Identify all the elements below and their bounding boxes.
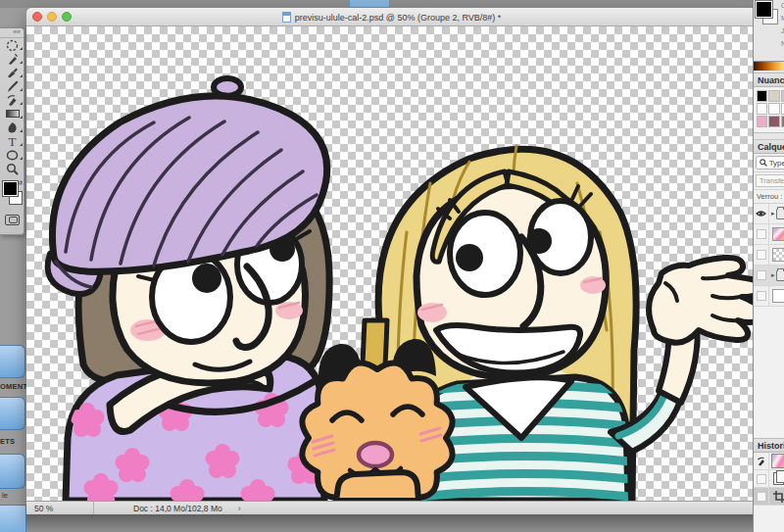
group-folder-icon [776,270,784,281]
tab-history[interactable]: Historique [754,439,784,453]
foreground-background-swatches[interactable]: ⇄ [0,179,24,209]
history-snapshot-row[interactable] [754,453,784,470]
background-button-4[interactable] [0,505,26,532]
tab-layers[interactable]: Calques [754,140,784,154]
eyedropper-tool[interactable] [0,66,24,79]
swatch[interactable] [757,103,767,115]
foreground-color-swatch[interactable] [3,181,18,196]
window-shadow-strip [26,514,757,532]
burn-tool[interactable] [0,121,24,134]
layer-row-artwork[interactable] [754,224,784,245]
panel-gap [754,133,784,140]
photoshop-document-window: previsu-ulule-cal-2.psd @ 50% (Groupe 2,… [26,8,757,514]
search-icon [760,159,767,167]
background-button-label-2: ETS [0,437,15,446]
swap-colors-icon[interactable]: ⇄ [17,179,23,187]
visibility-toggle[interactable] [754,224,769,244]
ellipse-shape-tool[interactable] [0,148,24,162]
history-brush-source[interactable] [754,470,769,487]
svg-text:T: T [9,135,17,148]
doc-size-info[interactable]: Doc : 14,0 Mo/102,8 Mo [94,504,232,513]
swatch[interactable] [781,103,784,115]
duplicate-icon [773,472,784,485]
layers-empty-area [754,307,784,439]
artwork-canvas [26,26,757,501]
layer-thumbnail-white [772,289,784,303]
history-panel: Historique [754,439,784,532]
swatch[interactable] [768,116,779,127]
brush-tool[interactable] [0,79,24,93]
swatch[interactable] [768,90,779,102]
crop-icon [773,491,784,503]
history-state-duplicate[interactable] [754,470,784,488]
history-brush-icon [757,457,766,466]
swatch[interactable] [781,90,784,102]
group-expand-arrow[interactable]: ▸ [771,210,775,218]
window-titlebar[interactable]: previsu-ulule-cal-2.psd @ 50% (Groupe 2,… [26,8,757,26]
panel-foreground-color-swatch[interactable] [756,1,772,18]
status-bar: 50 % Doc : 14,0 Mo/102,8 Mo › [26,501,757,514]
layer-row-transparent[interactable] [754,245,784,266]
window-title: previsu-ulule-cal-2.psd @ 50% (Groupe 2,… [295,13,502,23]
layer-row-group-visible[interactable]: ▸ [754,204,784,224]
desktop-top-strip [0,0,753,8]
tools-palette: «« T ⇄ [0,27,24,235]
swatch[interactable] [757,116,767,127]
left-girl [48,78,330,501]
layers-panel: Calques Type Transfert Verrou : ▸ [754,140,784,439]
visibility-toggle[interactable] [754,286,769,306]
zoom-level-field[interactable]: 50 % [34,504,93,513]
swatch[interactable] [757,90,767,102]
gradient-tool[interactable] [0,107,24,121]
history-brush-source[interactable] [754,453,769,469]
minimize-button[interactable] [47,12,57,22]
layer-thumbnail-transparent [772,248,784,262]
layer-row-white-fill[interactable] [754,286,784,307]
visibility-toggle[interactable] [754,245,769,265]
background-button-3[interactable] [0,454,25,489]
background-button-2[interactable] [0,397,25,430]
background-blue-fragment [349,0,390,8]
color-panel: C M J N [754,0,784,73]
document-icon [282,12,291,23]
document-canvas[interactable] [26,26,757,501]
eye-icon [756,210,766,218]
screen-mode-icon[interactable] [5,215,20,225]
layers-filter-row: Type [754,154,784,172]
blend-mode-row: Transfert [754,172,784,190]
elliptical-marquee-tool[interactable] [0,38,24,52]
swatch[interactable] [768,103,779,115]
swatches-grid [754,87,784,133]
spot-healing-brush-tool[interactable] [0,52,24,66]
layer-thumbnail-art [772,227,784,241]
color-ramp[interactable] [754,61,784,71]
background-button-1[interactable] [0,345,25,378]
fullscreen-button[interactable] [62,12,72,22]
visibility-toggle[interactable] [754,204,769,223]
layer-filter-field[interactable]: Type [756,156,784,169]
group-folder-icon [776,209,784,219]
type-tool[interactable]: T [0,134,24,148]
history-empty-area [754,506,784,532]
snapshot-thumbnail [771,454,784,468]
layer-filter-label: Type [769,159,784,168]
lock-row: Verrou : [754,190,784,204]
history-brush-source[interactable] [754,488,769,505]
tools-palette-header[interactable]: «« [0,28,24,38]
swatch[interactable] [781,116,784,127]
background-button-label-3: le [2,491,8,500]
close-button[interactable] [32,12,42,22]
group-expand-arrow[interactable]: ▸ [771,271,775,279]
history-brush-tool[interactable] [0,93,24,107]
lock-label: Verrou : [757,190,782,203]
visibility-toggle[interactable] [754,266,769,285]
layer-row-group-selected[interactable]: ▸ [754,266,784,286]
zoom-tool[interactable] [0,162,24,175]
history-state-crop[interactable] [754,488,784,506]
right-panel-dock: C M J N Nuancier [753,0,784,532]
tab-swatches[interactable]: Nuancier [754,73,784,87]
blend-mode-select[interactable]: Transfert [756,174,784,187]
screen: OMENT ETS le previsu-ulule-cal-2.psd @ 5… [0,0,784,532]
status-expander-arrow[interactable]: › [238,504,241,513]
background-button-label-1: OMENT [0,382,27,391]
